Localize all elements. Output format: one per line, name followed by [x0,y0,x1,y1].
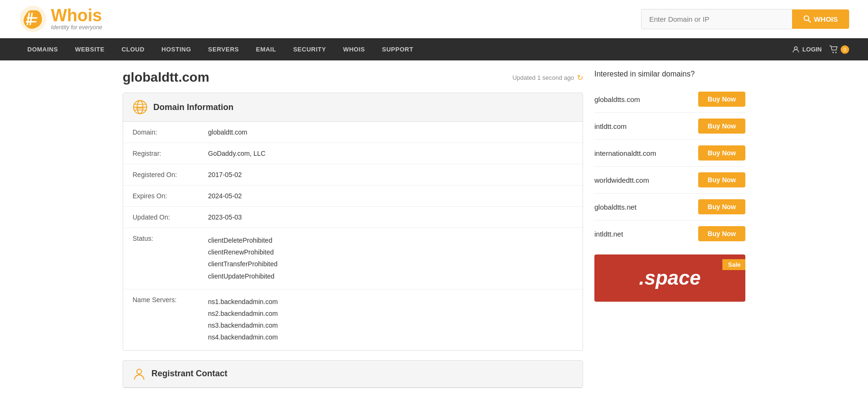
domain-suggestion-item: internationaldtt.comBuy Now [594,140,745,167]
logo-tagline-label: Identity for everyone [51,24,102,31]
registrant-header: Registrant Contact [123,361,583,388]
suggestion-domain-name: intldtt.com [594,122,626,130]
table-row: Updated On: 2023-05-03 [123,207,583,228]
table-row: Domain: globaldtt.com [123,122,583,143]
whois-search-button[interactable]: WHOIS [792,9,849,29]
logo-whois-label: Whois [51,7,102,24]
domain-info-title: Domain Information [153,102,234,112]
status-value: clientDeleteProhibited [208,235,573,246]
buy-now-button[interactable]: Buy Now [698,92,745,107]
domain-suggestion-item: intldtt.netBuy Now [594,220,745,247]
registrar-label: Registrar: [123,143,199,164]
suggestion-domain-name: worldwidedtt.com [594,176,649,184]
domain-title: globaldtt.com [123,70,209,85]
user-icon [792,46,800,53]
suggestion-domain-name: globaldtts.com [594,95,640,103]
domain-search-input[interactable] [641,9,792,29]
nav-item-support[interactable]: SUPPORT [374,38,422,60]
cart-icon [829,45,839,54]
main-content: globaldtt.com Updated 1 second ago ↻ www… [104,60,764,398]
left-content: globaldtt.com Updated 1 second ago ↻ www… [123,70,583,388]
svg-point-4 [833,51,834,53]
status-value: clientRenewProhibited [208,246,573,258]
logo-icon [19,5,47,33]
suggestion-domain-name: intldtt.net [594,230,623,238]
domain-info-table: Domain: globaldtt.com Registrar: GoDaddy… [123,122,583,350]
header: Whois Identity for everyone WHOIS [0,0,868,38]
search-icon [803,15,811,23]
person-icon [133,367,146,381]
right-sidebar: Interested in similar domains? globaldtt… [594,70,745,388]
svg-point-3 [794,47,797,50]
table-row: Registrar: GoDaddy.com, LLC [123,143,583,164]
nav-item-domains[interactable]: DOMAINS [19,38,67,60]
domain-suggestion-item: globaldtts.netBuy Now [594,194,745,220]
nav-item-hosting[interactable]: HOSTING [153,38,200,60]
main-nav: DOMAINS WEBSITE CLOUD HOSTING SERVERS EM… [0,38,868,60]
svg-point-12 [137,369,142,374]
registrant-title: Registrant Contact [151,369,227,379]
buy-now-button[interactable]: Buy Now [698,226,745,241]
sale-banner: Sale .space [594,254,745,302]
expires-on-value: 2024-05-02 [199,186,583,207]
nameserver-value: ns2.backendadmin.com [208,308,573,320]
nameserver-value: ns4.backendadmin.com [208,331,573,343]
domain-value: globaldtt.com [199,122,583,143]
updated-on-label: Updated On: [123,207,199,228]
cart-count-badge: 0 [841,45,849,54]
logo-area: Whois Identity for everyone [19,5,102,33]
expires-on-label: Expires On: [123,186,199,207]
logo-text: Whois Identity for everyone [51,7,102,31]
sale-domain-text: .space [639,267,701,289]
nav-item-email[interactable]: EMAIL [247,38,284,60]
nameservers-label: Name Servers: [123,289,199,350]
domain-suggestion-item: worldwidedtt.comBuy Now [594,167,745,194]
svg-point-5 [835,51,837,53]
status-value: clientUpdateProhibited [208,271,573,282]
sidebar-title: Interested in similar domains? [594,70,745,78]
login-button[interactable]: LOGIN [792,46,822,53]
nav-item-security[interactable]: SECURITY [284,38,334,60]
registered-on-value: 2017-05-02 [199,164,583,186]
domain-suggestion-item: intldtt.comBuy Now [594,113,745,140]
nameservers-values: ns1.backendadmin.comns2.backendadmin.com… [199,289,583,350]
registered-on-label: Registered On: [123,164,199,186]
updated-timestamp: Updated 1 second ago ↻ [512,73,583,82]
sale-badge: Sale [722,259,745,270]
nav-item-servers[interactable]: SERVERS [200,38,247,60]
nav-item-whois[interactable]: WHOIS [334,38,374,60]
status-value: clientTransferProhibited [208,258,573,270]
buy-now-button[interactable]: Buy Now [698,119,745,134]
www-icon: www [133,100,148,115]
buy-now-button[interactable]: Buy Now [698,145,745,161]
buy-now-button[interactable]: Buy Now [698,199,745,214]
domain-title-bar: globaldtt.com Updated 1 second ago ↻ [123,70,583,85]
registrar-value: GoDaddy.com, LLC [199,143,583,164]
nav-left: DOMAINS WEBSITE CLOUD HOSTING SERVERS EM… [19,38,422,60]
svg-text:www: www [135,106,144,110]
domain-info-card: www Domain Information Domain: globaldtt… [123,93,583,351]
status-label: Status: [123,228,199,289]
updated-on-value: 2023-05-03 [199,207,583,228]
table-row: Registered On: 2017-05-02 [123,164,583,186]
svg-line-2 [809,20,811,23]
nameserver-value: ns3.backendadmin.com [208,320,573,331]
registrant-contact-card: Registrant Contact [123,360,583,388]
nav-right: LOGIN 0 [792,45,849,54]
domain-suggestions: globaldtts.comBuy Nowintldtt.comBuy Nowi… [594,86,745,247]
buy-now-button[interactable]: Buy Now [698,172,745,187]
search-area: WHOIS [641,9,849,29]
suggestion-domain-name: globaldtts.net [594,203,636,211]
domain-info-header: www Domain Information [123,93,583,122]
status-values: clientDeleteProhibitedclientRenewProhibi… [199,228,583,289]
table-row: Name Servers: ns1.backendadmin.comns2.ba… [123,289,583,350]
domain-suggestion-item: globaldtts.comBuy Now [594,86,745,113]
nav-item-cloud[interactable]: CLOUD [113,38,153,60]
suggestion-domain-name: internationaldtt.com [594,149,656,157]
nameserver-value: ns1.backendadmin.com [208,296,573,308]
nav-item-website[interactable]: WEBSITE [67,38,113,60]
domain-label: Domain: [123,122,199,143]
cart-button[interactable]: 0 [829,45,849,54]
table-row: Expires On: 2024-05-02 [123,186,583,207]
refresh-icon[interactable]: ↻ [577,73,583,82]
